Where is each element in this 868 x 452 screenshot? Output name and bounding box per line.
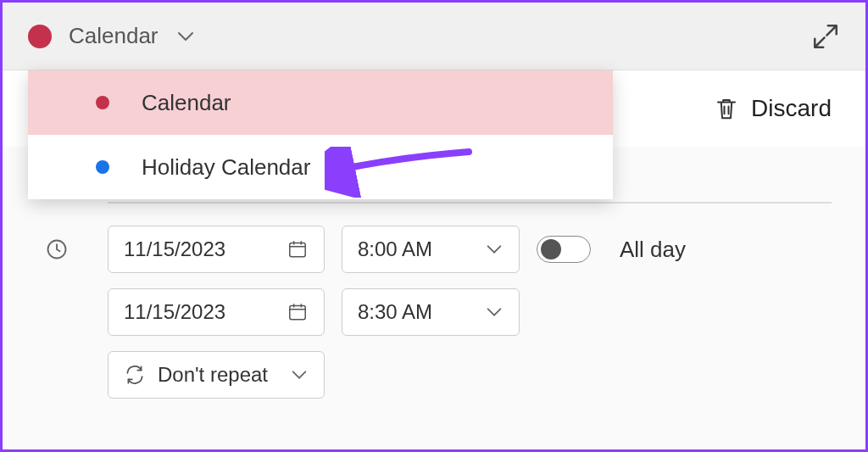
repeat-row: Don't repeat [36, 351, 832, 399]
calendar-icon [287, 238, 309, 260]
trash-icon [714, 96, 739, 121]
all-day-label: All day [620, 237, 686, 263]
calendar-color-dot [28, 25, 52, 48]
calendar-dropdown: Calendar Holiday Calendar [28, 70, 613, 199]
start-time-value: 8:00 AM [358, 237, 432, 261]
repeat-icon [124, 364, 146, 386]
discard-button[interactable]: Discard [714, 95, 832, 122]
discard-label: Discard [751, 95, 832, 122]
chevron-down-icon [485, 240, 504, 259]
repeat-label: Don't repeat [158, 363, 268, 387]
end-time-value: 8:30 AM [358, 300, 432, 324]
calendar-color-dot [96, 96, 109, 109]
chevron-down-icon [485, 303, 504, 321]
clock-icon-slot [36, 237, 77, 261]
svg-rect-2 [290, 305, 305, 319]
chevron-down-icon [175, 26, 196, 47]
expand-arrows-icon [811, 22, 840, 51]
toggle-knob [541, 239, 561, 259]
dropdown-item-label: Holiday Calendar [142, 154, 310, 181]
calendar-icon [287, 301, 309, 323]
calendar-selector-label: Calendar [69, 23, 159, 49]
end-datetime-row: 11/15/2023 8:30 AM [36, 288, 832, 336]
chevron-down-icon [290, 366, 309, 384]
all-day-toggle[interactable] [537, 236, 591, 263]
end-time-field[interactable]: 8:30 AM [342, 288, 520, 336]
dropdown-item-calendar[interactable]: Calendar [28, 70, 613, 135]
clock-icon [45, 237, 69, 261]
expand-button[interactable] [811, 22, 840, 51]
svg-rect-1 [290, 243, 305, 256]
end-date-value: 11/15/2023 [124, 300, 225, 324]
calendar-color-dot [96, 160, 109, 174]
dropdown-item-label: Calendar [142, 90, 231, 116]
header-bar: Calendar [3, 3, 865, 70]
start-date-value: 11/15/2023 [124, 237, 225, 261]
end-date-field[interactable]: 11/15/2023 [108, 288, 325, 336]
start-date-field[interactable]: 11/15/2023 [108, 226, 325, 273]
repeat-field[interactable]: Don't repeat [108, 351, 325, 399]
dropdown-item-holiday-calendar[interactable]: Holiday Calendar [28, 135, 613, 199]
calendar-selector[interactable]: Calendar [28, 23, 196, 49]
start-time-field[interactable]: 8:00 AM [342, 226, 520, 273]
start-datetime-row: 11/15/2023 8:00 AM All day [36, 226, 832, 273]
